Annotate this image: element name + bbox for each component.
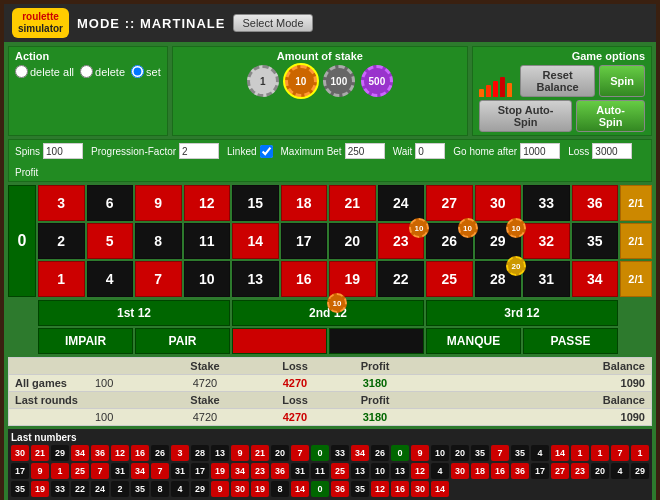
- num-cell-11[interactable]: 11: [184, 223, 231, 259]
- param-gohome: Go home after: [453, 143, 560, 159]
- last-number-40: 31: [171, 463, 189, 479]
- spins-input[interactable]: [43, 143, 83, 159]
- progression-input[interactable]: [179, 143, 219, 159]
- num-cell-7[interactable]: 7: [135, 261, 182, 297]
- even-red[interactable]: [232, 328, 327, 354]
- num-cell-32[interactable]: 32: [523, 223, 570, 259]
- num-cell-15[interactable]: 15: [232, 185, 279, 221]
- num-cell-27[interactable]: 27: [426, 185, 473, 221]
- num-cell-23[interactable]: 2310: [378, 223, 425, 259]
- num-cell-14[interactable]: 14: [232, 223, 279, 259]
- last-number-79: 0: [311, 481, 329, 497]
- num-cell-26[interactable]: 2610: [426, 223, 473, 259]
- last-numbers-title: Last numbers: [11, 432, 649, 443]
- num-cell-19[interactable]: 19: [329, 261, 376, 297]
- num-cell-29[interactable]: 2910: [475, 223, 522, 259]
- profit-label: Profit: [15, 167, 38, 178]
- last-number-13: 20: [271, 445, 289, 461]
- num-cell-28[interactable]: 2820: [475, 261, 522, 297]
- last-number-56: 16: [491, 463, 509, 479]
- num-cell-20[interactable]: 20: [329, 223, 376, 259]
- last-number-21: 10: [431, 445, 449, 461]
- even-manque[interactable]: MANQUE: [426, 328, 521, 354]
- loss-input[interactable]: [592, 143, 632, 159]
- even-black[interactable]: [329, 328, 424, 354]
- bottom-sections: 1st 12 2nd 12 10 3rd 12 IMPAIR PAIR MANQ…: [8, 300, 652, 354]
- num-cell-8[interactable]: 8: [135, 223, 182, 259]
- bar3: [493, 81, 498, 97]
- bar5: [507, 83, 512, 97]
- num-cell-12[interactable]: 12: [184, 185, 231, 221]
- num-cell-34[interactable]: 34: [572, 261, 619, 297]
- num-cell-21[interactable]: 21: [329, 185, 376, 221]
- num-cell-2[interactable]: 2: [38, 223, 85, 259]
- num-cell-13[interactable]: 13: [232, 261, 279, 297]
- last-number-62: 4: [611, 463, 629, 479]
- stake-box: Amount of stake 1 10 100 500: [172, 46, 468, 136]
- param-maxbet: Maximum Bet: [281, 143, 385, 159]
- num-cell-3[interactable]: 3: [38, 185, 85, 221]
- num-cell-22[interactable]: 22: [378, 261, 425, 297]
- chip-500[interactable]: 500: [361, 65, 393, 97]
- last-number-2: 29: [51, 445, 69, 461]
- numbers-grid: 3691215182124273033362581114172023102610…: [38, 185, 618, 297]
- last-number-71: 8: [151, 481, 169, 497]
- chip-1[interactable]: 1: [247, 65, 279, 97]
- last-number-24: 7: [491, 445, 509, 461]
- linked-checkbox[interactable]: [260, 145, 273, 158]
- num-cell-25[interactable]: 25: [426, 261, 473, 297]
- stop-auto-spin-button[interactable]: Stop Auto-Spin: [479, 100, 572, 132]
- last-number-4: 36: [91, 445, 109, 461]
- num-cell-16[interactable]: 16: [281, 261, 328, 297]
- last-number-73: 29: [191, 481, 209, 497]
- even-pair[interactable]: PAIR: [135, 328, 230, 354]
- radio-set[interactable]: set: [131, 65, 161, 78]
- select-mode-button[interactable]: Select Mode: [233, 14, 312, 32]
- reset-balance-button[interactable]: Reset Balance: [520, 65, 595, 97]
- num-cell-24[interactable]: 24: [378, 185, 425, 221]
- even-passe[interactable]: PASSE: [523, 328, 618, 354]
- dozen-1st[interactable]: 1st 12: [38, 300, 230, 326]
- maxbet-input[interactable]: [345, 143, 385, 159]
- num-cell-17[interactable]: 17: [281, 223, 328, 259]
- last-number-0: 30: [11, 445, 29, 461]
- auto-spin-button[interactable]: Auto-Spin: [576, 100, 645, 132]
- num-cell-33[interactable]: 33: [523, 185, 570, 221]
- chip-100[interactable]: 100: [323, 65, 355, 97]
- zero-cell[interactable]: 0: [8, 185, 36, 297]
- chip-10[interactable]: 10: [285, 65, 317, 97]
- right-label-1[interactable]: 2/1: [620, 185, 652, 221]
- num-cell-35[interactable]: 35: [572, 223, 619, 259]
- balance-header: Balance: [415, 360, 645, 372]
- num-cell-36[interactable]: 36: [572, 185, 619, 221]
- num-cell-5[interactable]: 5: [87, 223, 134, 259]
- action-title: Action: [15, 50, 161, 62]
- gohome-input[interactable]: [520, 143, 560, 159]
- num-cell-1[interactable]: 1: [38, 261, 85, 297]
- even-chances-row: IMPAIR PAIR MANQUE PASSE: [38, 328, 618, 354]
- radio-delete[interactable]: delete: [80, 65, 125, 78]
- last-number-57: 36: [511, 463, 529, 479]
- num-cell-31[interactable]: 31: [523, 261, 570, 297]
- num-cell-4[interactable]: 4: [87, 261, 134, 297]
- wait-input[interactable]: [415, 143, 445, 159]
- last-number-16: 33: [331, 445, 349, 461]
- loss-label: Loss: [568, 146, 589, 157]
- num-cell-6[interactable]: 6: [87, 185, 134, 221]
- even-impair[interactable]: IMPAIR: [38, 328, 133, 354]
- num-cell-9[interactable]: 9: [135, 185, 182, 221]
- dozen-3rd[interactable]: 3rd 12: [426, 300, 618, 326]
- spin-button[interactable]: Spin: [599, 65, 645, 97]
- right-label-3[interactable]: 2/1: [620, 261, 652, 297]
- content: Action delete all delete set: [4, 42, 656, 500]
- last-number-6: 16: [131, 445, 149, 461]
- all-games-row: All games 100 4720 4270 3180 1090: [9, 375, 651, 392]
- radio-delete-all[interactable]: delete all: [15, 65, 74, 78]
- dozen-2nd[interactable]: 2nd 12 10: [232, 300, 424, 326]
- num-cell-30[interactable]: 30: [475, 185, 522, 221]
- num-cell-10[interactable]: 10: [184, 261, 231, 297]
- last-rounds-stake: 4720: [155, 411, 255, 423]
- last-number-65: 19: [31, 481, 49, 497]
- num-cell-18[interactable]: 18: [281, 185, 328, 221]
- right-label-2[interactable]: 2/1: [620, 223, 652, 259]
